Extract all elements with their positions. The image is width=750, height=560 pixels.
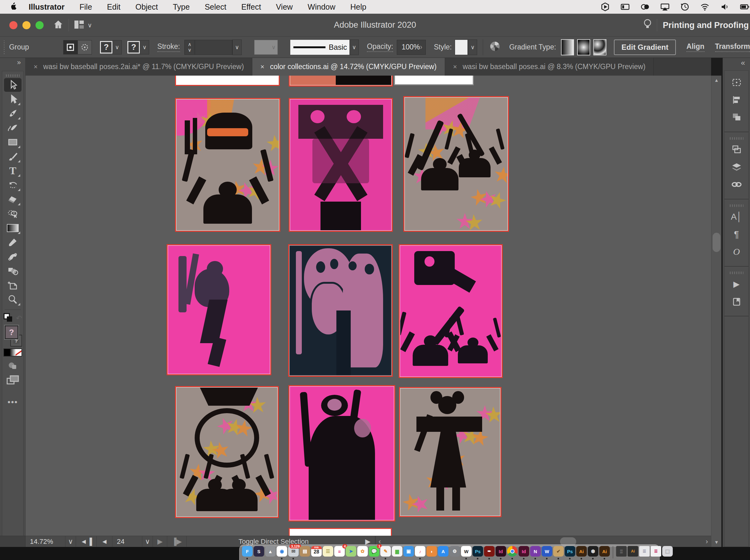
puppet-warp-tool-icon[interactable]: [4, 250, 21, 264]
artboard-sliver-top-right[interactable]: [395, 76, 473, 84]
swap-fill-stroke-icon[interactable]: ↶: [16, 314, 22, 323]
symbols-tool-icon[interactable]: [4, 264, 21, 278]
menu-file[interactable]: File: [72, 2, 99, 12]
recolor-artwork-icon[interactable]: [489, 40, 501, 55]
menu-effect[interactable]: Effect: [234, 2, 269, 12]
dock-calendar[interactable]: FEB28: [311, 546, 322, 557]
dock-word[interactable]: W: [541, 546, 552, 557]
dock-keynote[interactable]: ▣: [403, 546, 414, 557]
document-tab-1[interactable]: ×wasi bw baseball poses.2ai.ai* @ 11.7% …: [25, 58, 252, 76]
edit-toolbar-icon[interactable]: •••: [4, 395, 21, 409]
vertical-scroll-thumb[interactable]: [713, 233, 721, 252]
volume-icon[interactable]: [719, 2, 730, 12]
tab-close-icon[interactable]: ×: [453, 63, 457, 71]
dock-trash[interactable]: ⬚: [662, 546, 673, 557]
minimize-window-button[interactable]: [22, 21, 31, 29]
lightbulb-icon[interactable]: [643, 18, 652, 32]
artboard-row1-col2[interactable]: [290, 99, 392, 231]
chevron-down-icon[interactable]: ∨: [87, 21, 92, 29]
artboard-tool-icon[interactable]: [4, 278, 21, 292]
dock-photoshop[interactable]: Ps: [473, 546, 483, 557]
actions-panel-icon[interactable]: ▶: [727, 276, 746, 291]
panel-grip[interactable]: [4, 40, 5, 54]
toolbar-grip[interactable]: [6, 74, 20, 77]
dock-mail[interactable]: ✉3,129: [288, 546, 299, 557]
stroke-weight-dropdown[interactable]: ∨: [232, 40, 242, 55]
scroll-right-icon[interactable]: ›: [706, 536, 708, 547]
dock-minimized-window-1[interactable]: ▒: [616, 546, 627, 557]
dock-minimized-window-3[interactable]: ☰: [639, 546, 650, 557]
artboards-panel-icon[interactable]: [727, 142, 746, 157]
paintbrush-tool-icon[interactable]: [4, 150, 21, 163]
scroll-down-icon[interactable]: ▼: [711, 538, 722, 547]
dock-notes[interactable]: ☰: [323, 546, 333, 557]
panel-collapse-icon[interactable]: «: [741, 59, 745, 67]
vertical-scrollbar[interactable]: ▲ ▼: [711, 76, 721, 547]
dock-indesign-2[interactable]: Id: [518, 546, 529, 557]
dock-books[interactable]: ◗: [427, 546, 437, 557]
artboard-row1-col1[interactable]: ★★★★★★★★★★★★: [176, 99, 279, 231]
stroke-weight-field[interactable]: [195, 40, 232, 55]
opentype-panel-icon[interactable]: O: [727, 244, 746, 259]
dock-launchpad[interactable]: ▲: [265, 546, 276, 557]
dock-safari[interactable]: ◉: [277, 546, 287, 557]
dock-minimized-window-2[interactable]: Ai: [628, 546, 638, 557]
selection-tool-icon[interactable]: [4, 78, 21, 92]
direct-selection-tool-icon[interactable]: [4, 92, 21, 106]
freeform-gradient-button[interactable]: [593, 39, 607, 55]
stroke-weight-stepper[interactable]: ∧∨: [184, 40, 195, 55]
menu-select[interactable]: Select: [197, 2, 234, 12]
gradient-tool-icon[interactable]: [4, 221, 21, 235]
color-mode-swatches[interactable]: [3, 349, 22, 356]
rotate-tool-icon[interactable]: [4, 178, 21, 192]
shape-builder-tool-icon[interactable]: [4, 207, 21, 221]
dock-app-store[interactable]: A: [438, 546, 449, 557]
curvature-tool-icon[interactable]: [4, 121, 21, 135]
fill-stroke-indicator[interactable]: ? ?: [4, 326, 21, 346]
apple-menu-icon[interactable]: [10, 2, 17, 12]
zoom-level-field[interactable]: 14.72%: [25, 536, 65, 547]
artboard-dropdown[interactable]: ∨: [142, 536, 153, 547]
artboard-row1-col3[interactable]: ★★★★★★★★★★★★: [404, 97, 508, 231]
zoom-window-button[interactable]: [36, 21, 44, 29]
style-swatch[interactable]: [455, 40, 468, 55]
stroke-color-swatch[interactable]: ?: [127, 41, 140, 54]
color-swatch-none[interactable]: [16, 349, 21, 356]
style-dropdown[interactable]: ∨: [468, 40, 477, 55]
artboard-row2-col1[interactable]: [167, 245, 270, 374]
hexagon-play-icon[interactable]: [600, 2, 610, 12]
artboard-sliver-top-middle[interactable]: [290, 76, 392, 86]
eyedropper-tool-icon[interactable]: [4, 235, 21, 249]
pen-tool-icon[interactable]: [4, 107, 21, 120]
menu-view[interactable]: View: [269, 2, 300, 12]
dock-photoshop-2[interactable]: Ps: [565, 546, 575, 557]
dock-system-preferences[interactable]: ⚙: [450, 546, 460, 557]
artboard-number-field[interactable]: 24: [113, 536, 142, 547]
menu-help[interactable]: Help: [343, 2, 374, 12]
edit-gradient-button[interactable]: Edit Gradient: [614, 40, 676, 55]
tab-close-icon[interactable]: ×: [34, 63, 38, 71]
menu-illustrator[interactable]: Illustrator: [27, 2, 72, 12]
character-panel-icon[interactable]: A│: [727, 209, 746, 224]
dock-word-legacy[interactable]: W: [461, 546, 472, 557]
zoom-tool-icon[interactable]: [4, 293, 21, 307]
first-artboard-button[interactable]: ◄▐: [76, 536, 97, 547]
workspace-switcher[interactable]: Printing and Proofing: [663, 21, 749, 30]
artboard-row2-col2[interactable]: [289, 245, 392, 376]
panel-grip[interactable]: [730, 137, 744, 140]
dock-photos[interactable]: ✿: [357, 546, 368, 557]
fill-indicator[interactable]: ?: [5, 326, 18, 339]
time-machine-icon[interactable]: [679, 2, 690, 12]
dock-keychain-access[interactable]: ✔: [553, 546, 564, 557]
sidecar-display-icon[interactable]: [620, 2, 630, 12]
dock-hexagon-app[interactable]: ⬢: [588, 546, 598, 557]
brush-definition[interactable]: Basic: [290, 40, 350, 55]
artboard-row3-col1[interactable]: ★★★★★★★★★★★★: [176, 387, 278, 517]
dock-messages[interactable]: 💬1: [369, 546, 379, 557]
color-swatch-gradient[interactable]: [10, 349, 16, 356]
dock-illustrator[interactable]: Ai: [576, 546, 587, 557]
dock-reminders[interactable]: ≡4: [334, 546, 345, 557]
panel-grip[interactable]: [730, 272, 744, 274]
artboard-sliver-top-left[interactable]: [176, 76, 279, 85]
dock-maps[interactable]: ➤: [346, 546, 356, 557]
